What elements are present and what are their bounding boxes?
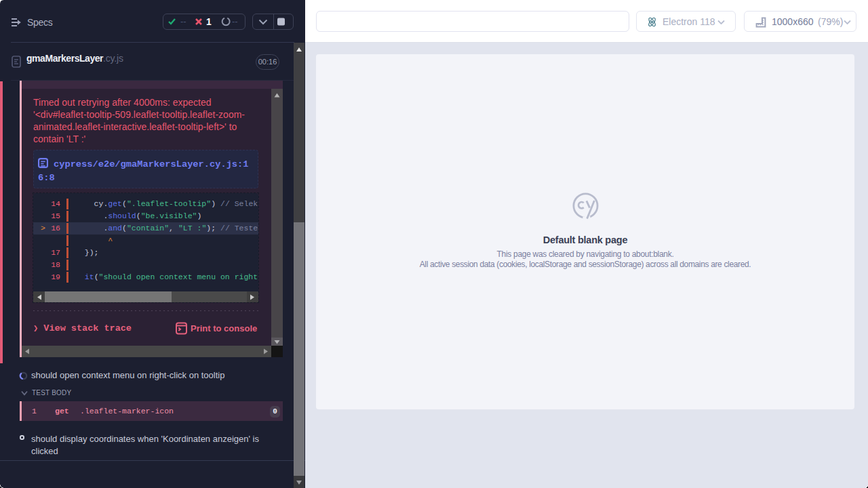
svg-text:--: -- — [180, 16, 186, 26]
svg-text:--: -- — [232, 16, 238, 26]
svg-text:1: 1 — [206, 16, 212, 27]
